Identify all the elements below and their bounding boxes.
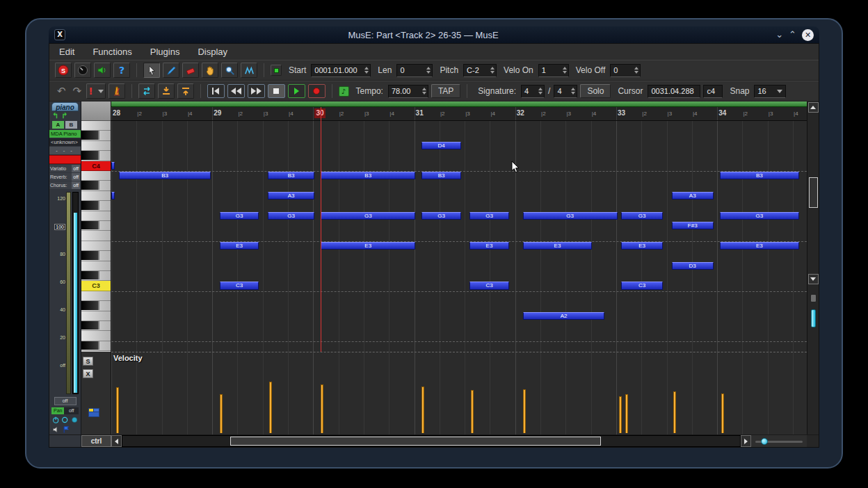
titlebar[interactable]: X MusE: Part <Track 2> 26-35 — MusE ⌄ ⌃ …	[49, 26, 819, 43]
midi-note-fragment[interactable]	[111, 192, 115, 200]
velo-off-value[interactable]: 0	[613, 66, 632, 74]
piano-key-As3[interactable]	[81, 181, 111, 190]
signature-numerator[interactable]: 4	[524, 87, 536, 95]
midi-note-e3[interactable]: E3	[621, 242, 663, 250]
solo-circle-icon[interactable]: S	[55, 63, 72, 78]
marker-b-button[interactable]: B	[65, 121, 77, 129]
ruler-measure-label[interactable]: 29	[214, 108, 221, 118]
ruler-measure-label[interactable]: 32	[517, 108, 524, 118]
piano-key-B3[interactable]	[81, 171, 111, 181]
midi-note-g3[interactable]: G3	[421, 212, 460, 220]
midi-note-c3[interactable]: C3	[220, 282, 259, 289]
spinner-arrows-icon[interactable]	[490, 66, 495, 74]
len-value[interactable]: 0	[400, 66, 424, 74]
note-canvas[interactable]: D4B3B3B3B3B3A3A3G3G3G3G3G3G3G3G3F#3E3E3E…	[111, 121, 807, 352]
signature-denominator-spinbox[interactable]: 4	[554, 85, 577, 98]
led-icon[interactable]	[271, 65, 282, 76]
reverb-value[interactable]: off	[72, 173, 80, 181]
zoom-tool[interactable]	[221, 63, 238, 78]
pencil-tool[interactable]	[163, 63, 179, 78]
horizontal-scroll-thumb[interactable]	[230, 437, 601, 446]
spinner-arrows-icon[interactable]	[563, 66, 567, 74]
controller-x-button[interactable]: X	[83, 369, 93, 378]
velocity-bar[interactable]	[619, 396, 622, 433]
velo-on-value[interactable]: 1	[542, 66, 560, 74]
undo-icon[interactable]: ↶	[55, 85, 68, 97]
scroll-up-button[interactable]	[808, 102, 819, 113]
piano-key-G2[interactable]	[81, 331, 111, 341]
record-button[interactable]	[308, 84, 326, 98]
midi-note-c3[interactable]: C3	[469, 282, 508, 289]
midi-note-b3[interactable]: B3	[720, 172, 799, 179]
midi-note-e3[interactable]: E3	[523, 242, 593, 250]
midi-note-e3[interactable]: E3	[321, 242, 415, 250]
piano-key-Fs3[interactable]	[81, 221, 111, 231]
velocity-bar[interactable]	[625, 394, 628, 433]
midi-note-a2[interactable]: A2	[523, 312, 605, 320]
speaker-icon[interactable]	[94, 63, 111, 78]
close-button[interactable]: ✕	[802, 29, 814, 41]
midi-flag-icon[interactable]	[63, 425, 71, 434]
loop-icon[interactable]	[138, 83, 155, 99]
solo-button[interactable]: Solo	[580, 84, 611, 98]
spinner-arrows-icon[interactable]	[422, 87, 426, 95]
midi-note-b3[interactable]: B3	[421, 172, 460, 179]
prev-part-icon[interactable]: ↰	[52, 112, 58, 120]
midi-note-g3[interactable]: G3	[523, 212, 618, 220]
pitch-value[interactable]: C-2	[467, 66, 488, 74]
midi-note-g3[interactable]: G3	[321, 212, 415, 220]
piano-key-G3[interactable]	[81, 211, 111, 221]
off-button[interactable]: off	[54, 397, 77, 405]
ruler-measure-label[interactable]: 28	[113, 108, 120, 118]
vertical-zoom-handle[interactable]	[811, 309, 816, 327]
midi-note-e3[interactable]: E3	[720, 242, 799, 250]
tempo-icon[interactable]: ♪	[339, 86, 349, 97]
velocity-slider[interactable]	[72, 192, 79, 394]
scroll-down-button[interactable]	[808, 274, 819, 284]
tempo-spinbox[interactable]: 78.00	[388, 85, 428, 98]
piano-key-Gs3[interactable]	[81, 201, 111, 211]
horizontal-scroll-track[interactable]	[122, 435, 741, 447]
ruler-measure-label[interactable]: 30	[314, 108, 325, 118]
vertical-zoom-knob[interactable]	[810, 294, 817, 302]
piano-key-D3[interactable]	[81, 261, 111, 271]
snap-dropdown[interactable]: 16	[754, 85, 786, 98]
menu-display[interactable]: Display	[198, 47, 227, 57]
midi-note-b3[interactable]: B3	[321, 172, 415, 179]
circle-icon[interactable]	[61, 416, 68, 424]
part-strip[interactable]	[111, 101, 807, 107]
controller-s-button[interactable]: S	[83, 357, 93, 366]
midi-note-e3[interactable]: E3	[220, 242, 259, 250]
piano-key-B2[interactable]	[81, 291, 111, 301]
velo-on-spinbox[interactable]: 1	[538, 64, 569, 77]
velocity-bar[interactable]	[721, 393, 724, 433]
velocity-bar[interactable]	[471, 390, 474, 433]
midi-note-g3[interactable]: G3	[469, 212, 508, 220]
midi-note-b3[interactable]: B3	[268, 172, 314, 179]
zoom-slider-knob[interactable]	[761, 438, 768, 445]
piano-key-Gs2[interactable]	[81, 321, 111, 331]
midi-note-g3[interactable]: G3	[268, 212, 314, 220]
forward-button[interactable]	[248, 84, 265, 98]
part-name-tab[interactable]: piano	[51, 102, 79, 111]
play-button[interactable]	[288, 84, 305, 98]
piano-key-Fs2[interactable]	[81, 341, 111, 351]
spinner-arrows-icon[interactable]	[538, 87, 542, 95]
punch-out-icon[interactable]	[177, 83, 194, 99]
variation-control[interactable]: Variatio off	[49, 165, 81, 172]
chorus-control[interactable]: Chorus: off	[49, 181, 81, 189]
horizontal-zoom-slider[interactable]	[751, 435, 807, 447]
velo-off-spinbox[interactable]: 0	[610, 64, 641, 77]
piano-key-E3[interactable]	[81, 241, 111, 251]
scroll-left-button[interactable]	[111, 435, 122, 447]
menu-plugins[interactable]: Plugins	[150, 47, 180, 57]
piano-keyboard[interactable]: C4C3	[81, 121, 111, 352]
snap-value[interactable]: 16	[757, 87, 773, 95]
pan-hand-tool[interactable]	[202, 63, 218, 78]
reverb-control[interactable]: Reverb: off	[49, 173, 81, 181]
draw-tool[interactable]	[241, 63, 257, 78]
timeline-ruler[interactable]: 28|2|3|429|2|3|430|2|3|431|2|3|432|2|3|4…	[111, 107, 807, 121]
piano-key-Cs4[interactable]	[81, 151, 111, 161]
midi-knob-icon[interactable]	[74, 63, 91, 78]
pan-control[interactable]: Pan off	[51, 407, 79, 414]
